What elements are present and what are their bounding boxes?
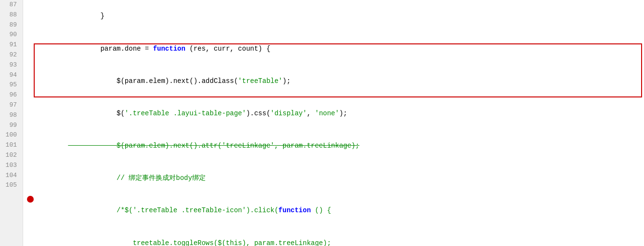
code-line-91: $(param.elem).next().attr('treeLinkage',… (27, 130, 644, 162)
code-text-87: } (36, 0, 644, 32)
line-num-102: 102 (4, 150, 19, 161)
line-num-98: 98 (4, 110, 19, 121)
line-num-94: 94 (4, 70, 19, 81)
line-num-88: 88 (4, 10, 19, 20)
line-num-104: 104 (4, 171, 19, 181)
code-text-93: /*$('.treeTable .treeTable-icon').click(… (36, 194, 644, 227)
breakpoint-93 (27, 196, 34, 203)
code-line-92: // 绑定事件换成对body绑定 (27, 162, 644, 194)
code-text-89: $(param.elem).next().addClass('treeTable… (36, 65, 644, 97)
no-bp-92 (27, 162, 34, 169)
line-num-103: 103 (4, 161, 19, 171)
line-num-93: 93 (4, 60, 19, 70)
code-line-89: $(param.elem).next().addClass('treeTable… (27, 65, 644, 97)
no-bp-94 (27, 227, 34, 233)
code-text-94: treetable.toggleRows($(this), param.tree… (36, 227, 644, 246)
line-num-97: 97 (4, 100, 19, 110)
code-area: } param.done = function (res, curr, coun… (23, 0, 644, 246)
line-num-101: 101 (4, 140, 19, 150)
code-editor: 87 88 89 90 91 92 93 94 95 96 97 98 99 1… (0, 0, 644, 246)
line-num-92: 92 (4, 50, 19, 60)
line-num-91: 91 (4, 40, 19, 50)
line-num-95: 95 (4, 80, 19, 90)
line-num-87: 87 (4, 0, 19, 10)
no-bp-87 (27, 0, 34, 7)
code-line-94: treetable.toggleRows($(this), param.tree… (27, 227, 644, 246)
no-bp-89 (27, 65, 34, 71)
line-num-96: 96 (4, 90, 19, 100)
no-bp-88 (27, 32, 34, 39)
line-num-100: 100 (4, 130, 19, 140)
code-line-87: } (27, 0, 644, 32)
no-bp-90 (27, 97, 34, 104)
line-numbers: 87 88 89 90 91 92 93 94 95 96 97 98 99 1… (0, 0, 23, 246)
code-text-88: param.done = function (res, curr, count)… (36, 32, 644, 65)
line-num-105: 105 (4, 180, 19, 191)
line-num-89: 89 (4, 20, 19, 30)
code-line-90: $('.treeTable .layui-table-page').css('d… (27, 97, 644, 130)
no-bp-91 (27, 130, 34, 137)
code-text-90: $('.treeTable .layui-table-page').css('d… (36, 97, 644, 130)
code-text-91: $(param.elem).next().attr('treeLinkage',… (36, 130, 644, 162)
code-line-88: param.done = function (res, curr, count)… (27, 32, 644, 65)
line-num-90: 90 (4, 30, 19, 40)
code-line-93: /*$('.treeTable .treeTable-icon').click(… (27, 194, 644, 227)
code-text-92: // 绑定事件换成对body绑定 (36, 162, 644, 194)
line-num-99: 99 (4, 121, 19, 131)
